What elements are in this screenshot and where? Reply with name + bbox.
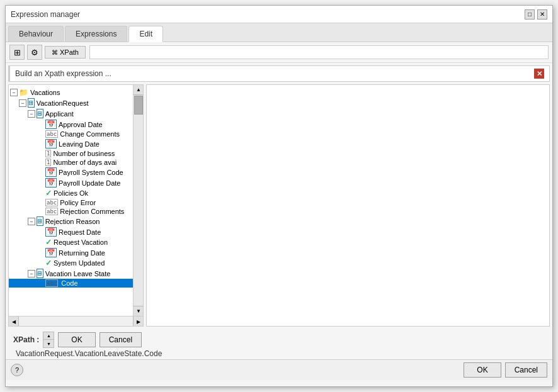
footer-bar: ? OK Cancel (6, 359, 552, 380)
node-icon-vacation_leave_state: ⊞ (37, 269, 43, 278)
node-label-vacations: Vacations (30, 89, 60, 96)
node-icon-leaving_date: 📅 (45, 139, 57, 148)
tree-panel: −📁Vacations−⊞VacationRequest−⊞Applicant📅… (8, 84, 144, 327)
gear-icon-button[interactable]: ⚙ (27, 45, 42, 60)
node-label-vacation_leave_state: Vacation Leave State (45, 270, 111, 277)
node-label-rejection_reason: Rejection Reason (45, 218, 100, 225)
title-bar-controls: □ ✕ (525, 9, 547, 20)
tree-item-rejection_comments[interactable]: abcRejection Comments (9, 207, 133, 216)
xpath-button[interactable]: ⌘ XPath (45, 46, 86, 59)
close-xpath-button[interactable]: ✕ (534, 69, 544, 79)
tree-item-change_comments[interactable]: abcChange Comments (9, 130, 133, 138)
grid-icon-button[interactable]: ⊞ (9, 45, 25, 60)
tab-edit[interactable]: Edit (128, 26, 163, 42)
expand-icon-rejection_reason[interactable]: − (28, 218, 35, 225)
footer-buttons: OK Cancel (464, 362, 547, 378)
tree-item-policies_ok[interactable]: ✓Policies Ok (9, 188, 133, 198)
tree-item-policy_error[interactable]: abcPolicy Error (9, 198, 133, 207)
tree-item-approval_date[interactable]: 📅Approval Date (9, 119, 133, 130)
node-label-leaving_date: Leaving Date (59, 140, 100, 148)
node-label-payroll_update_date: Payroll Update Date (59, 179, 120, 187)
scroll-thumb[interactable] (134, 96, 143, 115)
footer-cancel-button[interactable]: Cancel (505, 362, 547, 378)
node-label-request_vacation: Request Vacation (54, 238, 108, 246)
expression-manager-window: Expression manager □ ✕ Behaviour Express… (5, 5, 553, 387)
node-label-request_date: Request Date (59, 228, 101, 236)
node-icon-request_vacation: ✓ (45, 238, 52, 247)
xpath-icon: ⌘ (52, 49, 58, 56)
node-icon-vacations: 📁 (19, 88, 28, 97)
node-label-policies_ok: Policies Ok (54, 189, 88, 197)
vertical-scrollbar[interactable]: ▲ ▼ (133, 85, 143, 316)
node-icon-policy_error: abc (45, 199, 58, 206)
xpath-input-area[interactable] (89, 45, 549, 59)
expand-icon-vacations[interactable]: − (10, 89, 18, 96)
tree-item-applicant[interactable]: −⊞Applicant (9, 108, 133, 119)
tree-item-leaving_date[interactable]: 📅Leaving Date (9, 138, 133, 149)
xpath-scroll-arrows[interactable]: ▲ ▼ (43, 332, 54, 348)
node-label-change_comments: Change Comments (60, 130, 120, 138)
node-icon-request_date: 📅 (45, 227, 57, 237)
node-icon-code: abc (45, 279, 58, 287)
build-xpath-label: Build an Xpath expression ... (15, 69, 111, 78)
tree-item-number_business[interactable]: 1Number of business (9, 149, 133, 158)
node-icon-approval_date: 📅 (45, 120, 57, 129)
xpath-button-label: XPath (60, 48, 79, 56)
tree-item-request_vacation[interactable]: ✓Request Vacation (9, 237, 133, 247)
footer-ok-button[interactable]: OK (464, 362, 501, 378)
window-title: Expression manager (11, 10, 80, 19)
tree-item-returning_date[interactable]: 📅Returning Date (9, 247, 133, 258)
node-icon-payroll_system_code: 📅 (45, 167, 57, 177)
expression-panel (146, 84, 550, 327)
scroll-up-button[interactable]: ▲ (134, 85, 143, 95)
tree-item-payroll_update_date[interactable]: 📅Payroll Update Date (9, 177, 133, 188)
tree-item-vacations[interactable]: −📁Vacations (9, 87, 133, 98)
h-scroll-track (19, 316, 133, 326)
xpath-scroll-up[interactable]: ▲ (43, 332, 54, 340)
scroll-down-button[interactable]: ▼ (134, 306, 143, 316)
title-bar: Expression manager □ ✕ (6, 6, 552, 23)
tree-item-code[interactable]: abcCode (9, 279, 133, 288)
expand-icon-vacation_leave_state[interactable]: − (28, 270, 35, 277)
node-label-number_days: Number of days avai (53, 159, 117, 166)
scroll-right-button[interactable]: ▶ (133, 316, 143, 327)
node-label-rejection_comments: Rejection Comments (60, 208, 124, 215)
tree-item-vacation_leave_state[interactable]: −⊞Vacation Leave State (9, 268, 133, 279)
build-xpath-bar: Build an Xpath expression ... ✕ (8, 65, 550, 82)
node-icon-vacationrequest: ⊞ (28, 98, 35, 108)
node-label-code: Code (60, 279, 79, 287)
tree-item-rejection_reason[interactable]: −⊞Rejection Reason (9, 216, 133, 227)
node-icon-applicant: ⊞ (37, 109, 43, 118)
tab-expressions[interactable]: Expressions (65, 26, 127, 42)
tree-item-request_date[interactable]: 📅Request Date (9, 227, 133, 237)
cancel-button[interactable]: Cancel (100, 332, 142, 347)
close-button[interactable]: ✕ (537, 9, 547, 20)
node-label-returning_date: Returning Date (59, 249, 105, 257)
tree-scroll-area: −📁Vacations−⊞VacationRequest−⊞Applicant📅… (9, 85, 143, 316)
node-label-policy_error: Policy Error (60, 199, 96, 206)
node-label-payroll_system_code: Payroll System Code (59, 169, 123, 176)
scroll-left-button[interactable]: ◀ (9, 316, 19, 327)
tab-behaviour[interactable]: Behaviour (8, 26, 64, 42)
node-icon-policies_ok: ✓ (45, 189, 52, 198)
xpath-display-area: XPath : ▲ ▼ OK Cancel VacationRequest.Va… (6, 329, 552, 359)
tree-item-number_days[interactable]: 1Number of days avai (9, 158, 133, 167)
horizontal-scrollbar[interactable]: ◀ ▶ (9, 316, 143, 326)
ok-button[interactable]: OK (58, 332, 95, 347)
node-icon-payroll_update_date: 📅 (45, 178, 57, 188)
expand-icon-vacationrequest[interactable]: − (19, 99, 26, 107)
tree-item-payroll_system_code[interactable]: 📅Payroll System Code (9, 167, 133, 177)
tree-item-system_updated[interactable]: ✓System Updated (9, 258, 133, 268)
tree-items-container: −📁Vacations−⊞VacationRequest−⊞Applicant📅… (9, 85, 133, 316)
xpath-scroll-down[interactable]: ▼ (43, 340, 54, 347)
scroll-track (134, 95, 143, 306)
tree-item-vacationrequest[interactable]: −⊞VacationRequest (9, 98, 133, 108)
xpath-value: VacationRequest.VacationLeaveState.Code (13, 349, 545, 358)
node-icon-rejection_comments: abc (45, 208, 58, 215)
minimize-button[interactable]: □ (525, 9, 535, 20)
help-button[interactable]: ? (11, 364, 23, 376)
xpath-label: XPath : (13, 335, 39, 344)
expand-icon-applicant[interactable]: − (28, 110, 35, 118)
node-icon-change_comments: abc (45, 130, 58, 138)
node-icon-system_updated: ✓ (45, 259, 52, 267)
